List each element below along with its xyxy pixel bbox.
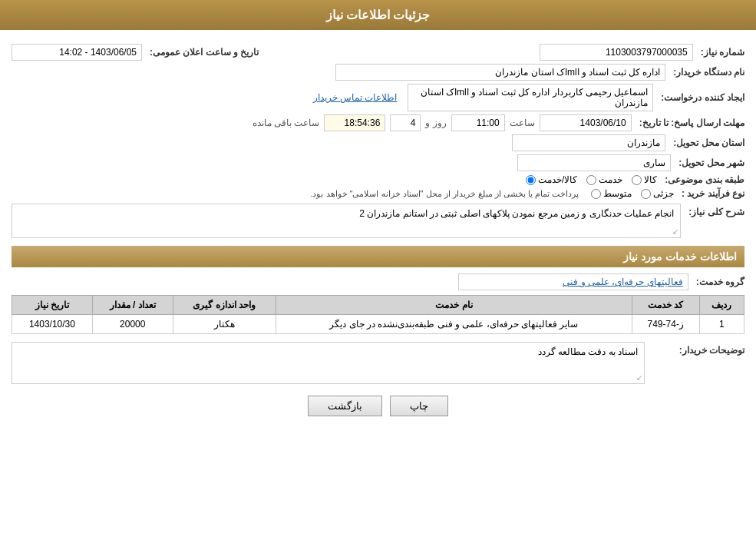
category-kala-label: کالا	[644, 174, 657, 185]
purchase-note: پرداخت تمام یا بخشی از مبلغ خریدار از مح…	[310, 189, 579, 199]
response-time-label: ساعت	[510, 118, 535, 128]
creator-label: ایجاد کننده درخواست:	[658, 92, 744, 103]
table-cell-row: 1	[699, 315, 744, 334]
remaining-label: ساعت باقی مانده	[253, 118, 320, 128]
category-kala-khedmat-radio[interactable]	[526, 175, 536, 185]
creator-contact-link[interactable]: اطلاعات تماس خریدار	[313, 92, 398, 103]
buyer-notes-label: توضیحات خریدار:	[645, 342, 744, 356]
category-kala-khedmat-label: کالا/خدمت	[538, 174, 577, 185]
service-group-value[interactable]: فعالیتهای حرفه‌ای، علمی و فنی	[458, 273, 688, 290]
response-date-value: 1403/06/10	[540, 114, 632, 131]
buttons-row: چاپ بازگشت	[12, 396, 744, 416]
services-section-title: اطلاعات خدمات مورد نیاز	[12, 246, 744, 267]
creator-value: اسماعیل رحیمی کاربردار اداره کل ثبت اسنا…	[408, 84, 653, 111]
col-header-code: کد خدمت	[632, 296, 699, 315]
announcement-datetime-label: تاریخ و ساعت اعلان عمومی:	[147, 47, 259, 58]
category-khedmat-radio[interactable]	[586, 175, 596, 185]
col-header-unit: واحد اندازه گیری	[173, 296, 276, 315]
page-title: جزئیات اطلاعات نیاز	[326, 8, 431, 22]
category-khedmat-label: خدمت	[599, 174, 622, 185]
need-number-label: شماره نیاز:	[698, 47, 744, 58]
col-header-date: تاریخ نیاز	[12, 296, 93, 315]
print-button[interactable]: چاپ	[390, 396, 448, 416]
category-label: طبقه بندی موضوعی:	[662, 174, 744, 185]
services-table: ردیف کد خدمت نام خدمت واحد اندازه گیری ت…	[12, 295, 744, 334]
response-deadline-label: مهلت ارسال پاسخ: تا تاریخ:	[636, 118, 744, 128]
buyer-org-value: اداره کل ثبت اسناد و اmlاک استان مازندرا…	[335, 64, 665, 81]
col-header-row: ردیف	[699, 296, 744, 315]
service-group-label: گروه خدمت:	[693, 277, 744, 287]
announcement-datetime-value: 1403/06/05 - 14:02	[12, 44, 142, 61]
delivery-city-value: ساری	[517, 154, 671, 171]
table-row: 1ز-74-749سایر فعالیتهای حرفه‌ای، علمی و …	[12, 315, 744, 334]
page-container: جزئیات اطلاعات نیاز شماره نیاز: 11030037…	[0, 0, 756, 540]
col-header-quantity: تعداد / مقدار	[92, 296, 173, 315]
table-cell-date: 1403/10/30	[12, 315, 93, 334]
table-cell-code: ز-74-749	[632, 315, 699, 334]
buyer-org-label: نام دستگاه خریدار:	[670, 67, 744, 78]
table-cell-quantity: 20000	[92, 315, 173, 334]
response-days-value: 4	[390, 114, 421, 131]
main-content: شماره نیاز: 1103003797000035 تاریخ و ساع…	[0, 30, 756, 432]
category-kala-radio[interactable]	[632, 175, 642, 185]
need-description-label: شرح کلی نیاز:	[685, 204, 744, 217]
delivery-province-label: استان محل تحویل:	[670, 137, 744, 148]
need-number-value: 1103003797000035	[540, 44, 693, 61]
purchase-jozvi-radio[interactable]	[641, 189, 651, 199]
need-description-value: انجام عملیات حدنگاری و زمین مرجع نمودن پ…	[359, 208, 674, 219]
table-cell-unit: هکتار	[173, 315, 276, 334]
back-button[interactable]: بازگشت	[308, 396, 382, 416]
table-cell-name: سایر فعالیتهای حرفه‌ای، علمی و فنی طبقه‌…	[276, 315, 632, 334]
remaining-value: 18:54:36	[324, 114, 385, 131]
purchase-motavasset-radio[interactable]	[591, 189, 601, 199]
page-header: جزئیات اطلاعات نیاز	[0, 0, 756, 30]
purchase-jozvi-label: جزئی	[653, 188, 674, 199]
delivery-city-label: شهر محل تحویل:	[675, 157, 744, 168]
purchase-motavasset-label: متوسط	[603, 188, 632, 199]
buyer-notes-value: اسناد به دقت مطالعه گردد	[538, 346, 638, 357]
purchase-type-label: نوع فرآیند خرید :	[678, 188, 744, 199]
response-time-value: 11:00	[451, 114, 505, 131]
delivery-province-value: مازندران	[512, 134, 665, 151]
col-header-name: نام خدمت	[276, 296, 632, 315]
response-days-label: روز و	[425, 118, 446, 128]
